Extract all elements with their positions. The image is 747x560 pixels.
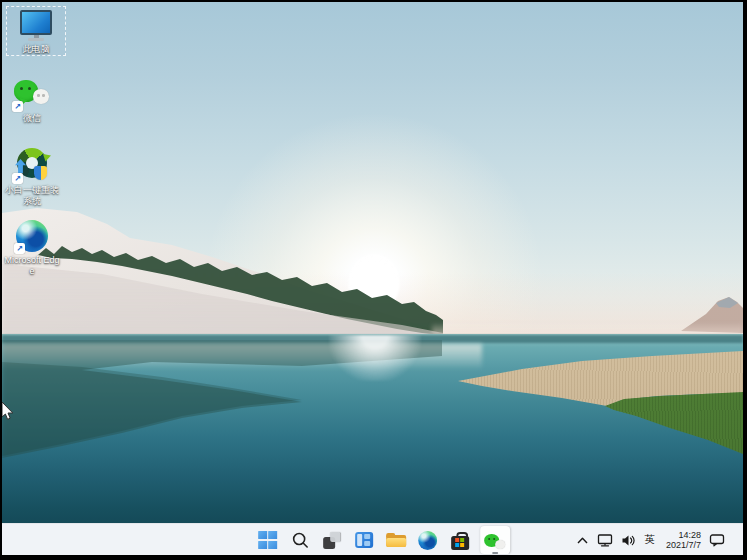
widgets-button[interactable] (352, 526, 376, 554)
volume-icon[interactable] (621, 534, 636, 547)
network-ethernet-icon[interactable] (597, 533, 613, 547)
desktop-icon-wechat[interactable]: ↗ 微信 (2, 80, 62, 124)
wechat-icon: ↗ (14, 80, 50, 110)
taskbar: 英 14:28 2021/7/7 (2, 523, 743, 555)
task-view-icon (323, 532, 340, 549)
clock[interactable]: 14:28 2021/7/7 (666, 530, 701, 551)
task-view-button[interactable] (320, 526, 344, 554)
wallpaper (2, 2, 743, 523)
xiaobai-icon: ↗ (14, 148, 50, 182)
desktop-icon-this-pc[interactable]: 此电脑 (6, 6, 66, 56)
tray-time: 14:28 (666, 530, 701, 541)
store-bag-icon (451, 536, 469, 550)
this-pc-icon (20, 10, 52, 41)
search-button[interactable] (288, 526, 312, 554)
hidden-icons-chevron[interactable] (576, 535, 589, 546)
edge-button[interactable] (416, 526, 440, 554)
wechat-icon (484, 534, 506, 552)
folder-icon (386, 532, 406, 548)
system-tray: 英 14:28 2021/7/7 (576, 524, 743, 555)
desktop-icon-edge[interactable]: ↗ Microsoft Edge (2, 220, 62, 277)
ime-language-indicator[interactable]: 英 (644, 533, 655, 547)
mouse-cursor (2, 402, 15, 422)
store-button[interactable] (448, 526, 472, 554)
widgets-icon (355, 532, 373, 548)
edge-icon (418, 531, 437, 550)
desktop-icon-label: 小白一键重装系统 (3, 185, 61, 207)
shortcut-arrow-icon: ↗ (12, 101, 23, 112)
desktop-icon-label: 此电脑 (23, 44, 50, 55)
running-app-indicator (492, 552, 498, 555)
file-explorer-button[interactable] (384, 526, 408, 554)
wechat-taskbar-button[interactable] (480, 526, 510, 554)
desktop-icon-xiaobai-reinstall[interactable]: ↗ 小白一键重装系统 (2, 148, 62, 207)
start-button[interactable] (256, 526, 280, 554)
desktop-icon-label: 微信 (23, 113, 41, 124)
desktop: 此电脑 ↗ 微信 ↗ 小白一键重装系统 ↗ Microsoft Edge (2, 2, 743, 555)
shortcut-arrow-icon: ↗ (12, 173, 23, 184)
screenshot-frame: 此电脑 ↗ 微信 ↗ 小白一键重装系统 ↗ Microsoft Edge (0, 0, 747, 560)
sun-reflection (329, 335, 421, 381)
taskbar-center-icons (256, 524, 510, 555)
desktop-icon-label: Microsoft Edge (3, 255, 61, 277)
edge-icon: ↗ (16, 220, 48, 252)
tray-date: 2021/7/7 (666, 540, 701, 551)
notification-center-icon[interactable] (709, 533, 725, 547)
windows-logo-icon (258, 531, 277, 550)
shortcut-arrow-icon: ↗ (14, 243, 25, 254)
search-icon (291, 531, 309, 549)
